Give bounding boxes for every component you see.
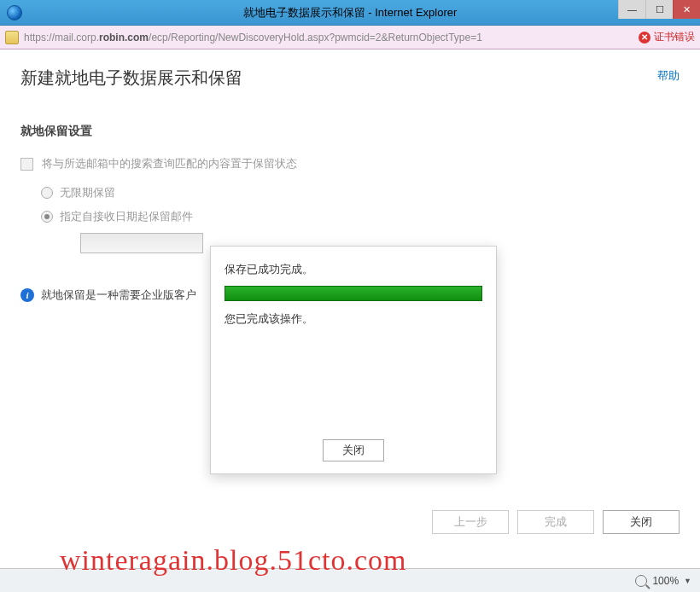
page-body: 帮助 新建就地电子数据展示和保留 就地保留设置 将与所选邮箱中的搜索查询匹配的内…	[0, 49, 700, 568]
section-heading: 就地保留设置	[20, 124, 680, 139]
radio-days[interactable]	[41, 211, 53, 223]
dialog-footer: 关闭	[211, 439, 496, 461]
hold-checkbox-label: 将与所选邮箱中的搜索查询匹配的内容置于保留状态	[42, 156, 297, 171]
dialog-message-2: 您已完成该操作。	[225, 311, 482, 327]
address-bar: https://mail.corp.robin.com/ecp/Reportin…	[0, 26, 700, 49]
zoom-level: 100%	[652, 575, 679, 587]
radio-indefinite-row: 无限期保留	[41, 185, 680, 200]
ie-icon	[7, 5, 22, 20]
cert-error-indicator[interactable]: ✕ 证书错误	[639, 30, 695, 44]
close-window-button[interactable]: ✕	[673, 0, 700, 19]
radio-days-label: 指定自接收日期起保留邮件	[60, 209, 193, 224]
url-field[interactable]: https://mail.corp.robin.com/ecp/Reportin…	[24, 32, 633, 44]
info-text: 就地保留是一种需要企业版客户	[41, 287, 196, 303]
info-icon: i	[20, 288, 34, 302]
save-complete-dialog: 保存已成功完成。 您已完成该操作。 关闭	[210, 246, 497, 474]
days-input[interactable]	[80, 233, 203, 253]
radio-days-row: 指定自接收日期起保留邮件	[41, 209, 680, 224]
window-controls: — ☐ ✕	[618, 0, 700, 19]
help-link[interactable]: 帮助	[657, 68, 680, 84]
finish-button[interactable]: 完成	[517, 510, 594, 534]
prev-button[interactable]: 上一步	[432, 510, 509, 534]
zoom-dropdown-icon[interactable]: ▼	[684, 577, 691, 585]
radio-indefinite-label: 无限期保留	[60, 185, 115, 200]
window-titlebar: 就地电子数据展示和保留 - Internet Explorer — ☐ ✕	[0, 0, 700, 26]
dialog-message-1: 保存已成功完成。	[225, 262, 482, 277]
radio-indefinite[interactable]	[41, 187, 53, 199]
cert-error-icon: ✕	[639, 32, 650, 44]
maximize-button[interactable]: ☐	[645, 0, 673, 19]
url-prefix: https://mail.corp.	[24, 32, 99, 44]
hold-checkbox[interactable]	[20, 158, 33, 171]
page-title: 新建就地电子数据展示和保留	[20, 67, 680, 90]
hold-radio-group: 无限期保留 指定自接收日期起保留邮件	[41, 185, 680, 253]
url-suffix: /ecp/Reporting/NewDiscoveryHold.aspx?pwm…	[149, 32, 482, 44]
zoom-icon[interactable]	[635, 575, 647, 587]
close-button[interactable]: 关闭	[603, 510, 680, 534]
dialog-close-button[interactable]: 关闭	[323, 439, 384, 461]
window-title: 就地电子数据展示和保留 - Internet Explorer	[243, 5, 458, 20]
status-bar: 100% ▼	[0, 568, 700, 592]
favicon-icon	[5, 31, 19, 44]
hold-checkbox-row: 将与所选邮箱中的搜索查询匹配的内容置于保留状态	[20, 156, 680, 171]
wizard-footer: 上一步 完成 关闭	[432, 510, 680, 534]
minimize-button[interactable]: —	[618, 0, 645, 19]
cert-error-label: 证书错误	[654, 30, 695, 44]
dialog-progress-bar	[225, 286, 482, 301]
url-host: robin.com	[99, 32, 149, 44]
